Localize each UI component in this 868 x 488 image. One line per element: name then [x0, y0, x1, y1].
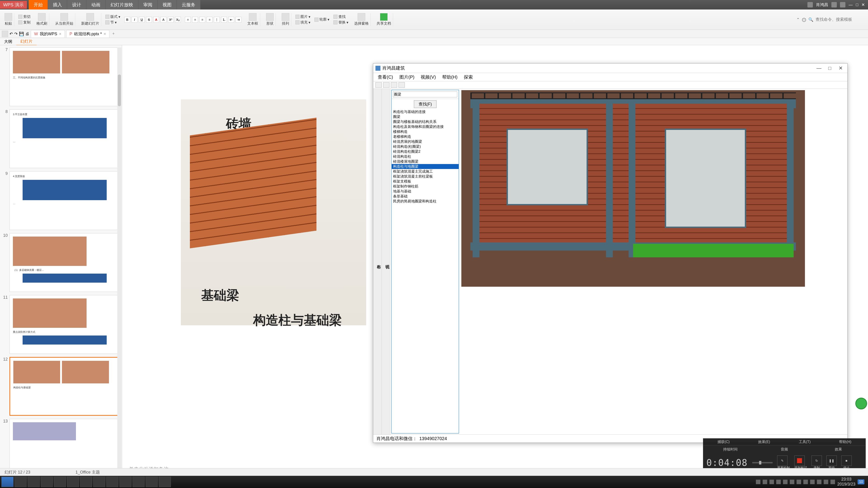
menu-tab-anim[interactable]: 动画 — [86, 0, 105, 9]
undo-icon[interactable]: ↶ — [9, 31, 13, 36]
tree-find-button[interactable]: 查找(F) — [414, 100, 437, 108]
tray-icon[interactable] — [770, 480, 774, 484]
subwin-side-tab-2[interactable]: 说明 — [382, 89, 391, 434]
arrange-button[interactable]: 排列 — [280, 13, 291, 26]
tree-item[interactable]: 老楼梯构造 — [392, 134, 459, 139]
doctab-mywps[interactable]: W我的WPS× — [31, 30, 65, 37]
tray-icon[interactable] — [797, 480, 801, 484]
floating-badge[interactable] — [855, 398, 867, 410]
tray-icon[interactable] — [776, 480, 781, 484]
shape-button[interactable]: 形状 — [264, 13, 276, 26]
recorder-tab-help[interactable]: 帮助(H) — [825, 440, 866, 445]
taskbar-app[interactable] — [132, 477, 145, 487]
tree-item[interactable]: 构造柱与地圈梁 — [392, 164, 459, 169]
subwin-tool-4[interactable] — [399, 82, 405, 88]
stop-button[interactable]: ■ — [841, 455, 852, 466]
tree-item[interactable]: 构造柱与基础的连接 — [392, 109, 459, 114]
tree-list[interactable]: 构造柱与基础的连接圈梁圈梁与楼板基础的结构关系构造柱及装饰物和后圈梁的连接楼梯构… — [392, 109, 459, 433]
numbering-button[interactable]: 1. — [221, 17, 227, 23]
underline-button[interactable]: U — [139, 17, 145, 23]
subwin-side-tab-1[interactable]: 名称 — [373, 89, 382, 434]
tray-icon[interactable] — [763, 480, 767, 484]
font-color-button[interactable]: A — [153, 17, 159, 23]
taskbar-clock[interactable]: 23:03 2019/3/23 — [837, 477, 855, 487]
tray-icon[interactable] — [810, 480, 815, 484]
slide-thumb[interactable]: 10（1）多层砌体房屋：楼层... — [2, 233, 120, 292]
slide-panel[interactable]: 7三、不同结构房屋的抗震措施83.平立面布置…94.宽度限值…10（1）多层砌体… — [0, 45, 122, 475]
taskbar-app[interactable] — [28, 477, 40, 487]
slide-thumb[interactable]: 94.宽度限值… — [2, 171, 120, 230]
recorder-tab-effects[interactable]: 效果(E) — [744, 440, 784, 445]
subwin-titlebar[interactable]: 肖鸿昌建筑 — □ ✕ — [373, 64, 847, 73]
draw-button[interactable]: ✎ — [777, 455, 787, 466]
print-icon[interactable]: 🖨 — [25, 31, 29, 36]
paste-group[interactable]: 粘贴 — [3, 13, 14, 26]
subwin-menu-view[interactable]: 查看(C) — [378, 74, 393, 80]
window-close-icon[interactable]: ✕ — [862, 2, 865, 7]
menu-tab-cloud[interactable]: 云服务 — [177, 0, 200, 9]
taskbar-app[interactable] — [146, 477, 158, 487]
tree-item[interactable]: 框架浇筑混凝土完成施工 — [392, 169, 459, 174]
add-tab-button[interactable]: + — [111, 31, 116, 37]
share-button[interactable]: 共享文档 — [375, 13, 393, 26]
textbox-button[interactable]: 文本框 — [246, 13, 260, 26]
taskbar-app[interactable] — [80, 477, 92, 487]
menu-tab-slideshow[interactable]: 幻灯片放映 — [105, 0, 138, 9]
doctab-file[interactable]: P砖混结构.pptx *× — [66, 30, 110, 37]
select-pane-button[interactable]: 选择窗格 — [352, 13, 371, 26]
tray-icon[interactable] — [783, 480, 787, 484]
taskbar-app[interactable] — [159, 477, 171, 487]
menu-tab-review[interactable]: 审阅 — [138, 0, 158, 9]
tree-item[interactable]: 砖混构造柱圈梁2 — [392, 149, 459, 154]
tree-item[interactable]: 砖混房屋的地圈梁 — [392, 139, 459, 144]
record-button[interactable]: ↻ — [811, 455, 822, 466]
tree-item[interactable]: 圈梁与楼板基础的结构关系 — [392, 119, 459, 124]
taskbar-app[interactable] — [54, 477, 66, 487]
slide-thumb[interactable]: 12构造柱与基础梁 — [2, 357, 120, 416]
tree-search-input[interactable] — [393, 92, 457, 97]
format-painter-button[interactable]: 格式刷 — [35, 13, 49, 26]
taskbar-app[interactable] — [41, 477, 53, 487]
menu-tab-view[interactable]: 视图 — [158, 0, 177, 9]
align-justify-button[interactable]: ≡ — [207, 17, 213, 23]
tray-icon[interactable] — [824, 480, 828, 484]
taskbar-app[interactable] — [67, 477, 79, 487]
help-icon[interactable]: ⨀ — [802, 17, 806, 22]
screen-recorder[interactable]: 捕获(C) 效果(E) 工具(T) 帮助(H) 持续时间 音频 效果 0:04:… — [703, 438, 866, 472]
subwin-close-icon[interactable]: ✕ — [836, 65, 845, 71]
menu-tab-design[interactable]: 设计 — [67, 0, 86, 9]
italic-button[interactable]: I — [131, 17, 137, 23]
window-maximize-icon[interactable]: □ — [856, 2, 858, 7]
tray-icon[interactable] — [756, 480, 761, 484]
from-current-button[interactable]: 从当前开始 — [53, 13, 75, 26]
subwin-menu-help[interactable]: 帮助(H) — [442, 74, 458, 80]
notification-badge[interactable]: 10 — [858, 480, 864, 484]
tree-item[interactable]: 条形基础 — [392, 194, 459, 199]
tree-item[interactable]: 砖混楼屋地圈梁 — [392, 159, 459, 164]
recorder-tab-capture[interactable]: 捕获(C) — [703, 440, 744, 445]
pause-button[interactable]: ❚❚ — [827, 455, 837, 466]
taskbar-app[interactable] — [14, 477, 27, 487]
menu-tab-insert[interactable]: 插入 — [48, 0, 67, 9]
subwin-menu-video[interactable]: 视频(V) — [421, 74, 436, 80]
subwin-menu-image[interactable]: 图片(P) — [399, 74, 414, 80]
slide-thumb[interactable]: 7三、不同结构房屋的抗震措施 — [2, 47, 120, 106]
scrollbar-thumb[interactable] — [118, 74, 121, 106]
close-tab-icon[interactable]: × — [104, 32, 106, 36]
tree-item[interactable]: 地基与基础 — [392, 189, 459, 194]
tree-item[interactable]: 砖混构造(柱圈梁) — [392, 144, 459, 149]
skin-icon[interactable] — [831, 2, 837, 7]
close-tab-icon[interactable]: × — [59, 32, 61, 36]
indent-inc-button[interactable]: ⇥ — [236, 17, 241, 23]
superscript-button[interactable]: X² — [168, 17, 174, 23]
tree-item[interactable]: 框架制作钢柱筋 — [392, 184, 459, 189]
audio-slider[interactable] — [752, 462, 773, 463]
subscript-button[interactable]: X₂ — [175, 17, 181, 23]
indent-dec-button[interactable]: ⇤ — [228, 17, 234, 23]
tray-icon[interactable] — [790, 480, 794, 484]
new-slide-button[interactable]: 新建幻灯片 — [79, 13, 101, 26]
slide-thumb[interactable]: 83.平立面布置… — [2, 109, 120, 168]
collapse-ribbon-icon[interactable]: ⌃ — [796, 17, 800, 22]
tray-icon[interactable] — [803, 480, 808, 484]
bold-button[interactable]: B — [124, 17, 130, 23]
